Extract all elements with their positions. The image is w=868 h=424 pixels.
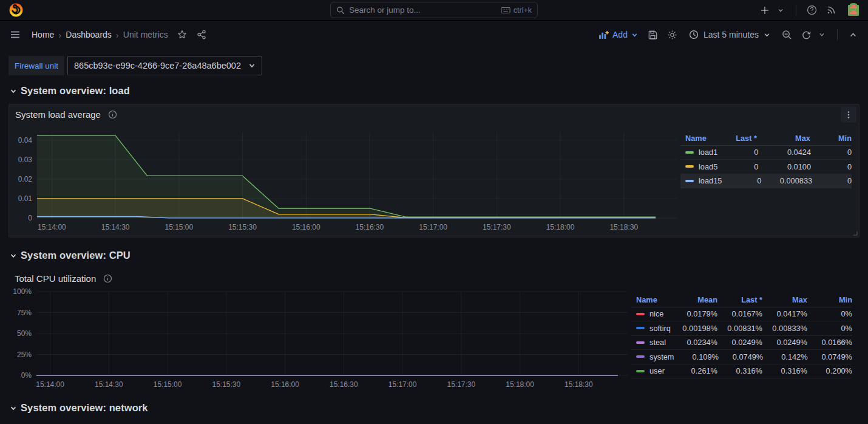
legend-column-header[interactable]: Min	[810, 134, 852, 143]
legend-column-header[interactable]: Last *	[716, 134, 757, 143]
svg-text:15:15:00: 15:15:00	[154, 380, 182, 389]
series-color-swatch[interactable]	[636, 341, 645, 344]
series-color-swatch[interactable]	[636, 327, 645, 329]
legend-column-header[interactable]: Max	[762, 295, 807, 304]
panel-title[interactable]: Total CPU utilization	[15, 273, 96, 284]
breadcrumb-separator: ›	[56, 30, 63, 40]
legend-value: 0.0179%	[673, 309, 717, 318]
star-dashboard-button[interactable]	[173, 26, 191, 44]
legend-row-load15: load1500.0008330	[680, 174, 852, 189]
user-avatar[interactable]	[846, 3, 861, 18]
cpu-legend: NameMeanLast *MaxMinnice0.0179%0.0167%0.…	[631, 293, 852, 378]
legend-series-toggle[interactable]: load15	[680, 176, 722, 185]
svg-text:15:17:00: 15:17:00	[419, 223, 447, 231]
row-toggle-load[interactable]: System overview: load	[10, 85, 860, 97]
legend-column-header[interactable]: Max	[757, 134, 810, 143]
svg-text:15:15:30: 15:15:30	[212, 380, 240, 389]
help-button[interactable]	[802, 1, 821, 19]
search-icon	[336, 6, 345, 15]
legend-value: 0.0234%	[673, 338, 717, 347]
legend-row-softirq: softirq0.00198%0.00831%0.00833%0%	[631, 321, 852, 336]
svg-text:15:14:30: 15:14:30	[95, 380, 123, 389]
time-range-picker[interactable]: Last 5 minutes	[683, 25, 776, 44]
save-dashboard-button[interactable]	[644, 26, 662, 44]
legend-value: 0.000833	[761, 176, 812, 185]
legend-value: 0	[717, 148, 758, 157]
svg-text:15:17:30: 15:17:30	[483, 223, 511, 231]
new-caret[interactable]	[771, 1, 790, 19]
legend-column-header[interactable]: Name	[631, 295, 673, 304]
legend-value: 0.0166%	[807, 338, 852, 347]
dashboard-toolbar: Home › Dashboards › Unit metrics Add	[0, 21, 868, 49]
load-chart[interactable]: 00.010.020.030.0415:14:0015:14:3015:15:0…	[9, 124, 680, 237]
series-color-swatch[interactable]	[685, 180, 694, 182]
legend-series-toggle[interactable]: steal	[631, 338, 673, 347]
legend-series-toggle[interactable]: softirq	[631, 324, 673, 333]
svg-text:50%: 50%	[17, 329, 32, 338]
legend-row-load1: load100.04240	[680, 146, 852, 160]
cpu-chart[interactable]: 0%25%50%75%100%15:14:0015:14:3015:15:001…	[8, 288, 631, 394]
variable-label: Firewall unit	[8, 56, 64, 75]
series-color-swatch[interactable]	[685, 151, 694, 154]
legend-row-user: user0.261%0.316%0.316%0.200%	[631, 364, 852, 379]
legend-value: 0%	[807, 324, 852, 333]
mega-menu-toggle[interactable]	[6, 26, 24, 44]
firewall-unit-select[interactable]: 865cb93e-e99c-4266-9ce7-26a48a6be002	[67, 56, 262, 75]
keyboard-icon	[501, 7, 510, 14]
legend-column-header[interactable]: Name	[680, 134, 716, 143]
dashboard-settings-button[interactable]	[663, 26, 682, 44]
svg-text:0.01: 0.01	[18, 194, 33, 203]
row-toggle-cpu[interactable]: System overview: CPU	[10, 250, 860, 261]
legend-series-toggle[interactable]: user	[631, 366, 673, 375]
series-color-swatch[interactable]	[685, 165, 694, 168]
series-color-swatch[interactable]	[636, 370, 645, 372]
svg-text:0.03: 0.03	[18, 156, 33, 164]
svg-text:15:16:30: 15:16:30	[356, 223, 384, 231]
svg-text:15:18:00: 15:18:00	[506, 380, 534, 389]
legend-value: 0.261%	[673, 366, 717, 375]
panel-resize-handle[interactable]	[852, 230, 858, 236]
legend-column-header[interactable]: Min	[807, 295, 852, 304]
add-panel-button[interactable]: Add	[594, 25, 643, 44]
breadcrumb-current: Unit metrics	[123, 30, 168, 39]
legend-series-toggle[interactable]: system	[631, 352, 674, 361]
add-visualization-icon	[598, 30, 609, 39]
series-color-swatch[interactable]	[636, 313, 645, 315]
legend-series-toggle[interactable]: load5	[680, 162, 717, 171]
row-toggle-network[interactable]: System overview: network	[10, 402, 860, 414]
info-icon[interactable]	[108, 110, 117, 119]
legend-value: 0.0167%	[717, 309, 762, 318]
panel-menu-button[interactable]	[841, 107, 856, 123]
legend-column-header[interactable]: Mean	[673, 295, 717, 304]
breadcrumb-dashboards[interactable]: Dashboards	[66, 30, 112, 39]
svg-text:15:15:00: 15:15:00	[164, 223, 193, 231]
refresh-interval-caret[interactable]	[813, 26, 831, 44]
legend-column-header[interactable]: Last *	[717, 295, 762, 304]
svg-text:15:16:30: 15:16:30	[330, 380, 358, 389]
legend-value: 0.0100	[758, 162, 811, 171]
section-title-network: System overview: network	[21, 402, 148, 414]
breadcrumb: Home › Dashboards › Unit metrics	[32, 30, 168, 40]
load-legend: NameLast *MaxMinload100.04240load500.010…	[680, 131, 852, 188]
firewall-unit-value: 865cb93e-e99c-4266-9ce7-26a48a6be002	[74, 61, 241, 70]
section-title-cpu: System overview: CPU	[21, 250, 131, 261]
legend-series-toggle[interactable]: load1	[680, 148, 717, 157]
clock-icon	[689, 30, 699, 39]
legend-value: 0.0749%	[719, 352, 763, 361]
news-icon[interactable]	[822, 1, 840, 19]
info-icon[interactable]	[103, 274, 112, 283]
zoom-out-time-button[interactable]	[778, 26, 796, 44]
search-input[interactable]: Search or jump to... ctrl+k	[330, 2, 538, 18]
chevron-down-icon	[631, 32, 638, 38]
breadcrumb-home[interactable]: Home	[32, 30, 54, 39]
series-color-swatch[interactable]	[636, 355, 645, 358]
legend-row-steal: steal0.0234%0.0249%0.0249%0.0166%	[631, 336, 852, 350]
collapse-toolbar-button[interactable]	[844, 26, 862, 44]
share-dashboard-button[interactable]	[192, 26, 211, 44]
legend-value: 0.0417%	[762, 309, 807, 318]
svg-text:0%: 0%	[21, 371, 32, 380]
grafana-logo[interactable]	[7, 2, 24, 18]
panel-title[interactable]: System load average	[15, 109, 101, 120]
svg-text:0.02: 0.02	[18, 175, 33, 183]
legend-series-toggle[interactable]: nice	[631, 309, 673, 318]
